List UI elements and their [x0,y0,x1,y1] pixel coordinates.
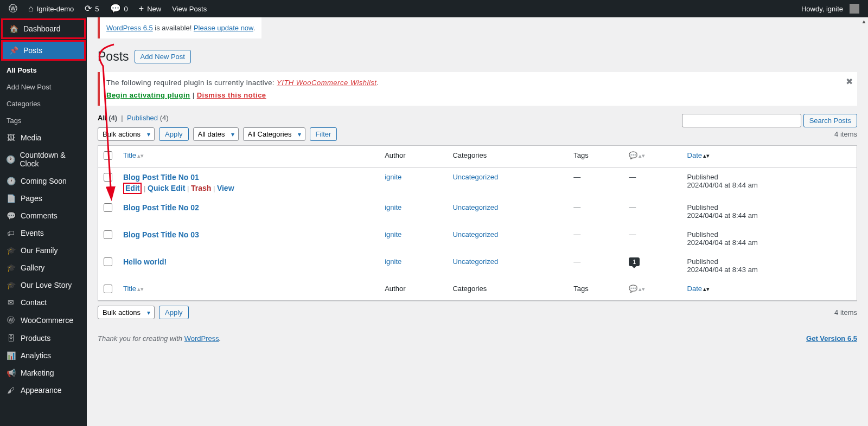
scrollbar[interactable]: ▲ [860,17,868,426]
clock-icon: 🕐 [5,155,15,164]
sidebar-item-posts[interactable]: 📌Posts [1,40,86,61]
col-title[interactable]: Title▴▾ [118,146,379,167]
sidebar-item-our-family[interactable]: 🎓Our Family [0,242,87,259]
row-action-quick-edit[interactable]: Quick Edit [148,184,185,192]
post-title-link[interactable]: Blog Post Title No 01 [123,173,199,182]
account-link[interactable]: Howdy, ignite [797,0,864,17]
sidebar-item-woocommerce[interactable]: ⓦWooCommerce [0,311,87,330]
col-date-footer[interactable]: Date▴▾ [682,279,857,301]
post-title-link[interactable]: Hello world! [123,257,167,266]
wordpress-link[interactable]: WordPress [184,334,219,343]
col-comments[interactable]: 💬▴▾ [623,146,681,167]
new-label: New [147,5,161,13]
post-status-filter: All (4) | Published (4) [98,114,169,122]
row-checkbox[interactable] [104,203,112,212]
mail-icon: ✉ [5,298,16,307]
select-all-checkbox[interactable] [104,151,112,160]
sidebar-item-gallery[interactable]: 🎓Gallery [0,259,87,276]
col-date[interactable]: Date▴▾ [682,146,857,167]
comments-count: 0 [124,5,128,13]
apply-bulk-button[interactable]: Apply [159,127,189,141]
category-link[interactable]: Uncategorized [452,173,498,181]
sidebar-item-countdown[interactable]: 🕐Countdown & Clock [0,146,87,172]
comment-count-bubble[interactable]: 1 [629,257,640,266]
search-input[interactable] [682,114,801,127]
post-title-link[interactable]: Blog Post Title No 03 [123,230,199,239]
get-version-link[interactable]: Get Version 6.5 [806,334,857,343]
items-count-bottom: 4 items [834,308,857,317]
sidebar-item-comments[interactable]: 💬Comments [0,207,87,224]
col-author-footer: Author [379,279,447,301]
author-link[interactable]: ignite [385,203,401,211]
sidebar-sub-tags[interactable]: Tags [0,112,87,129]
dismiss-notice-link[interactable]: Dismiss this notice [197,91,266,99]
category-link[interactable]: Uncategorized [452,203,498,211]
sidebar-item-events[interactable]: 🏷Events [0,224,87,242]
add-new-post-button[interactable]: Add New Post [135,50,191,63]
post-title-link[interactable]: Blog Post Title No 02 [123,203,199,212]
col-comments-footer[interactable]: 💬▴▾ [623,279,681,301]
begin-activating-link[interactable]: Begin activating plugin [106,91,190,99]
row-action-edit[interactable]: Edit [125,184,139,192]
plugin-notice: ✖ The following required plugin is curre… [98,72,857,106]
sidebar-item-products[interactable]: 🗄Products [0,330,87,347]
category-filter-select[interactable]: All Categories [243,127,305,141]
filter-published[interactable]: Published (4) [127,114,169,122]
updates-link[interactable]: ⟳5 [80,0,103,17]
sidebar-item-contact[interactable]: ✉Contact [0,294,87,311]
woo-icon: ⓦ [5,315,16,325]
howdy-text: Howdy, ignite [801,5,843,13]
author-link[interactable]: ignite [385,230,401,238]
cap-icon: 🎓 [5,263,16,272]
row-action-view[interactable]: View [217,184,234,192]
row-checkbox[interactable] [104,257,112,266]
cap-icon: 🎓 [5,281,16,289]
category-link[interactable]: Uncategorized [452,230,498,238]
wp-logo[interactable]: ⓦ [4,0,22,17]
archive-icon: 🗄 [5,334,16,343]
sidebar-item-love-story[interactable]: 🎓Our Love Story [0,276,87,294]
category-link[interactable]: Uncategorized [452,257,498,266]
dismiss-icon[interactable]: ✖ [846,76,853,87]
dashboard-icon: 🏠 [8,24,19,33]
select-all-checkbox-footer[interactable] [104,285,112,293]
sidebar-item-pages[interactable]: 📄Pages [0,190,87,207]
row-action-trash[interactable]: Trash [191,184,211,192]
row-checkbox[interactable] [104,230,112,239]
sidebar-item-coming-soon[interactable]: 🕐Coming Soon [0,172,87,190]
date-filter-select[interactable]: All dates [193,127,239,141]
author-link[interactable]: ignite [385,173,401,181]
sidebar-item-marketing[interactable]: 📢Marketing [0,364,87,382]
filter-all[interactable]: All (4) [98,114,117,122]
page-icon: 📄 [5,194,16,203]
sidebar-sub-categories[interactable]: Categories [0,95,87,112]
site-name-link[interactable]: ⌂Ignite-demo [24,0,78,17]
update-nag: WordPress 6.5 is available! Please updat… [98,17,261,38]
sidebar-sub-add-new[interactable]: Add New Post [0,79,87,95]
col-categories: Categories [447,146,568,167]
new-content-link[interactable]: +New [135,0,165,17]
wp-version-link[interactable]: WordPress 6.5 [106,24,153,32]
sidebar-sub-all-posts[interactable]: All Posts [0,62,87,79]
sidebar-item-dashboard[interactable]: 🏠Dashboard [1,18,86,39]
comments-link[interactable]: 💬0 [106,0,132,17]
view-posts-link[interactable]: View Posts [168,0,211,17]
apply-bulk-button-bottom[interactable]: Apply [159,306,189,319]
scroll-up-arrow[interactable]: ▲ [860,17,868,25]
plugin-link[interactable]: YITH WooCommerce Wishlist [277,79,376,87]
row-checkbox[interactable] [104,173,112,182]
col-categories-footer: Categories [447,279,568,301]
bulk-actions-select[interactable]: Bulk actions [98,127,155,141]
author-link[interactable]: ignite [385,257,401,266]
sidebar-item-media[interactable]: 🖼Media [0,129,87,146]
filter-button[interactable]: Filter [310,127,337,141]
bulk-actions-select-bottom[interactable]: Bulk actions [98,306,155,319]
comment-icon: 💬 [110,4,121,13]
sidebar-item-appearance[interactable]: 🖌Appearance [0,382,87,399]
update-icon: ⟳ [85,4,92,13]
search-posts-button[interactable]: Search Posts [803,114,857,127]
col-tags: Tags [568,146,623,167]
sidebar-item-analytics[interactable]: 📊Analytics [0,347,87,364]
col-title-footer[interactable]: Title▴▾ [118,279,379,301]
update-now-link[interactable]: Please update now [194,24,253,32]
